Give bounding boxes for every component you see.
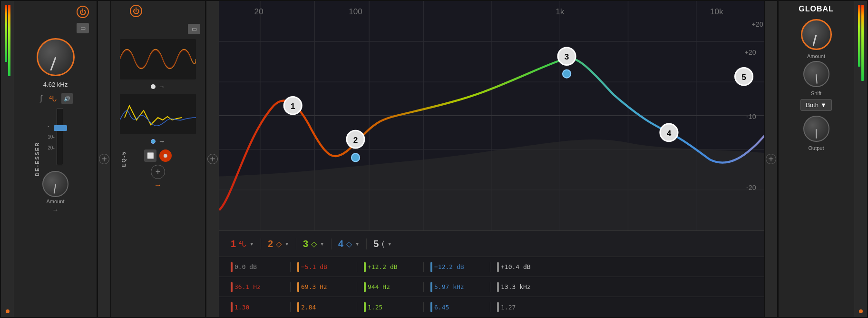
band-5-filter-icon[interactable]: ⟨ [381,239,384,248]
eq-band-4-freq-col: 5.97 kHz [424,282,490,292]
eq-band-3-freq-col: 944 Hz [357,282,424,292]
band-1-filter-icon[interactable]: ⁴ᒐ [239,239,246,248]
band-3-q-value[interactable]: 1.25 [368,304,382,311]
deesser-power-button[interactable]: ⏻ [77,6,89,18]
band-3-dropdown[interactable]: ▼ [320,241,324,247]
eq-band-4-control: 4 ◇ ▼ [332,238,367,249]
add-plugin-button[interactable]: + [99,154,109,164]
eq-band-5-q-col: 1.27 [490,302,557,312]
eq5-bottom-dot[interactable] [151,139,156,144]
eq5-top-dot[interactable] [151,84,156,89]
band-5-dropdown[interactable]: ▼ [387,241,392,247]
global-panel: GLOBAL Amount Shift Both ▼ Output [778,1,854,317]
svg-text:4: 4 [667,129,672,138]
svg-rect-0 [120,39,196,80]
band-2-dropdown[interactable]: ▼ [284,241,289,247]
svg-text:2: 2 [353,136,358,145]
left-meter-strip [1,1,14,317]
band-2-q-indicator [297,302,299,312]
eq-band-1-freq-col: 36.1 Hz [224,282,291,292]
eq-band-5-control: 5 ⟨ ▼ [367,238,399,249]
band-4-gain-value[interactable]: −12.2 dB [434,263,464,270]
band-1-dropdown[interactable]: ▼ [249,241,254,247]
global-both-dropdown[interactable]: Both ▼ [800,99,832,111]
band-3-gain-indicator [364,262,366,272]
eq-band-5-gain-col: +10.4 dB [490,262,557,272]
global-shift-label: Shift [811,90,821,96]
band-2-filter-icon[interactable]: ◇ [276,239,282,248]
eq-band-3-q-col: 1.25 [357,302,424,312]
band-1-gain-indicator [231,262,233,272]
deesser-freq-knob[interactable] [37,38,75,76]
eq5-power-button[interactable]: ⏻ [130,5,142,17]
band-2-q-value[interactable]: 2.84 [301,304,316,311]
eq-band-2-control: 2 ◇ ▼ [261,238,296,249]
band-3-freq-value[interactable]: 944 Hz [368,283,390,290]
svg-point-28 [351,153,360,161]
band-5-q-value[interactable]: 1.27 [501,304,516,311]
band-5-gain-value[interactable]: +10.4 dB [501,263,531,270]
global-shift-knob[interactable] [803,61,829,87]
eq5-window-btn[interactable]: ⬜ [144,149,156,162]
band-5-freq-indicator [497,282,499,292]
svg-text:1: 1 [291,102,295,111]
band-1-q-indicator [231,302,233,312]
band-4-q-value[interactable]: 6.45 [434,304,449,311]
eq5-forward-arrow[interactable]: → [154,181,162,189]
filter-highpass-icon[interactable]: ⁴ᒐ [47,93,59,104]
deesser-fader-track[interactable] [57,108,63,165]
band-5-freq-value[interactable]: 13.3 kHz [501,283,531,290]
band-1-gain-value[interactable]: 0.0 dB [234,263,257,270]
svg-text:3: 3 [565,52,569,61]
eq5-folder-button[interactable]: ▭ [188,24,200,34]
eq-display-panel: 20 100 1k 10k +20 +20 -10 -20 1 2 3 [219,1,764,317]
right-meter-indicator [859,309,863,313]
eq-band-1-control: 1 ⁴ᒐ ▼ [224,238,261,249]
band-3-gain-value[interactable]: +12.2 dB [368,263,398,270]
global-output-knob[interactable] [803,116,829,142]
eq5-add-button[interactable]: + [151,165,165,179]
eq5-top-arrow[interactable]: → [158,83,165,90]
svg-text:+20: +20 [752,20,763,28]
band-4-freq-value[interactable]: 5.97 kHz [434,283,464,290]
band-4-filter-icon[interactable]: ◇ [346,239,352,248]
deesser-key-icon[interactable]: → [52,206,59,214]
band-5-number[interactable]: 5 [373,238,379,249]
band-3-q-indicator [364,302,366,312]
band-2-gain-value[interactable]: −5.1 dB [301,263,327,270]
deesser-fader-handle[interactable] [54,125,67,131]
eq5-top-controls: → [151,83,165,90]
band-3-filter-icon[interactable]: ◇ [311,239,317,248]
eq5-bottom-arrow[interactable]: → [158,138,165,145]
eq-graph[interactable]: 20 100 1k 10k +20 +20 -10 -20 1 2 3 [219,1,764,231]
band-2-number[interactable]: 2 [268,238,273,249]
deesser-mute-button[interactable]: 🔊 [61,93,73,104]
band-1-q-value[interactable]: 1.30 [234,304,249,311]
meter-indicator [6,309,10,313]
band-4-dropdown[interactable]: ▼ [355,241,360,247]
band-3-number[interactable]: 3 [303,238,308,249]
band-4-number[interactable]: 4 [338,238,343,249]
eq-controls-bar: 1 ⁴ᒐ ▼ 2 ◇ ▼ 3 ◇ ▼ 4 ◇ ▼ [219,231,764,257]
add-plugin-button-3[interactable]: + [766,154,776,164]
global-amount-knob[interactable] [801,19,832,50]
global-amount-label: Amount [807,53,825,59]
add-strip-left: + [98,1,111,317]
band-1-number[interactable]: 1 [231,238,236,249]
meter-bar-right [8,5,10,76]
band-1-freq-value[interactable]: 36.1 Hz [234,283,261,290]
add-strip-middle: + [206,1,219,317]
band-4-q-indicator [430,302,432,312]
deesser-folder-button[interactable]: ▭ [77,23,89,33]
svg-text:100: 100 [349,7,362,16]
filter-lowshelf-icon[interactable]: ∫ [38,93,44,104]
band-2-freq-value[interactable]: 69.3 Hz [301,283,327,290]
eq5-record-btn[interactable]: ⏺ [159,149,172,162]
deesser-amount-knob[interactable] [42,171,68,197]
add-plugin-button-2[interactable]: + [207,154,218,164]
band-4-freq-indicator [430,282,432,292]
eq5-panel-label: EQ-5 [121,151,127,167]
eq-gain-bar: 0.0 dB −5.1 dB +12.2 dB −12.2 dB +10.4 d… [219,257,764,277]
right-meter-strip [854,1,867,317]
svg-rect-1 [120,94,196,134]
